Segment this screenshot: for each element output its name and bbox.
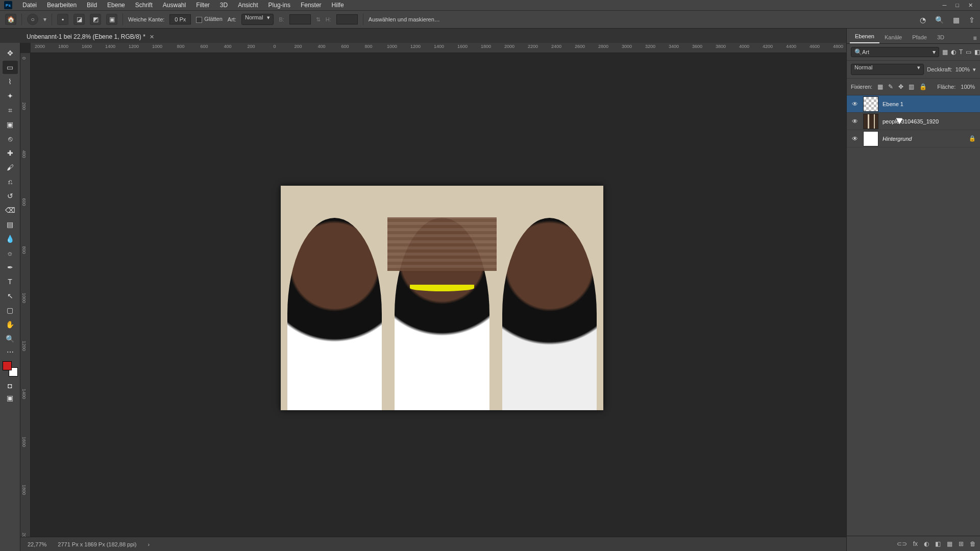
menu-ebene[interactable]: Ebene: [102, 2, 130, 9]
menu-3d[interactable]: 3D: [215, 2, 233, 9]
current-tool-icon[interactable]: ○: [27, 14, 38, 25]
adjustment-icon[interactable]: ◧: [935, 540, 941, 547]
visibility-toggle-icon[interactable]: 👁: [851, 135, 859, 143]
menu-datei[interactable]: Datei: [17, 2, 42, 9]
healing-brush-tool[interactable]: ✚: [3, 146, 18, 160]
fill-value[interactable]: 100%: [961, 84, 975, 90]
subtract-selection-button[interactable]: ◩: [90, 14, 101, 25]
lasso-tool[interactable]: ⌇: [3, 75, 18, 88]
maximize-button[interactable]: □: [955, 2, 959, 8]
chevron-down-icon[interactable]: ▾: [43, 16, 46, 23]
marquee-rect-tool[interactable]: ▭: [3, 61, 18, 74]
menu-ansicht[interactable]: Ansicht: [233, 2, 263, 9]
chevron-down-icon[interactable]: ▾: [933, 48, 936, 56]
foreground-background-swatch[interactable]: [3, 361, 18, 377]
layer-thumbnail[interactable]: [863, 131, 878, 146]
type-tool[interactable]: T: [3, 275, 18, 288]
move-tool[interactable]: ✥: [3, 46, 18, 60]
tab-ebenen[interactable]: Ebenen: [850, 30, 879, 43]
blur-tool[interactable]: 💧: [3, 232, 18, 245]
dodge-tool[interactable]: ☼: [3, 246, 18, 260]
link-layers-icon[interactable]: ⊂⊃: [897, 540, 907, 547]
layer-name[interactable]: Hintergrund: [883, 136, 965, 142]
status-caret-icon[interactable]: ›: [148, 541, 150, 547]
frame-tool[interactable]: ▣: [3, 118, 18, 131]
menu-fenster[interactable]: Fenster: [296, 2, 327, 9]
path-select-tool[interactable]: ↖: [3, 289, 18, 303]
select-and-mask-link[interactable]: Auswählen und maskieren…: [369, 16, 440, 22]
filter-adjust-icon[interactable]: ◐: [951, 47, 956, 57]
fx-icon[interactable]: fx: [913, 540, 918, 547]
hand-tool[interactable]: ✋: [3, 318, 18, 331]
close-tab-icon[interactable]: ✕: [150, 34, 154, 40]
minimize-button[interactable]: ─: [943, 2, 947, 8]
rectangle-tool[interactable]: ▢: [3, 304, 18, 317]
style-select[interactable]: Normal ▾: [241, 14, 274, 25]
lock-all-icon[interactable]: 🔒: [919, 82, 927, 92]
layer-name[interactable]: Ebene 1: [883, 101, 976, 107]
visibility-toggle-icon[interactable]: 👁: [851, 117, 859, 126]
filter-smart-icon[interactable]: ◧: [974, 47, 980, 57]
menu-bearbeiten[interactable]: Bearbeiten: [42, 2, 82, 9]
tab-pfade[interactable]: Pfade: [907, 31, 932, 43]
lock-nesting-icon[interactable]: ▥: [909, 82, 914, 92]
lock-transparent-icon[interactable]: ▦: [877, 82, 883, 92]
pen-tool[interactable]: ✒: [3, 261, 18, 274]
opacity-value[interactable]: 100%: [955, 66, 970, 72]
menu-auswahl[interactable]: Auswahl: [158, 2, 191, 9]
menu-schrift[interactable]: Schrift: [130, 2, 158, 9]
layer-thumbnail[interactable]: [863, 96, 878, 112]
menu-hilfe[interactable]: Hilfe: [327, 2, 349, 9]
menu-filter[interactable]: Filter: [191, 2, 215, 9]
group-icon[interactable]: ▦: [947, 540, 952, 547]
chevron-down-icon[interactable]: ▾: [973, 66, 976, 73]
eyedropper-tool[interactable]: ⎋: [3, 132, 18, 145]
filter-type-icon[interactable]: T: [959, 47, 963, 57]
clone-stamp-tool[interactable]: ⎌: [3, 175, 18, 188]
add-selection-button[interactable]: ◪: [74, 14, 85, 25]
filter-pixel-icon[interactable]: ▦: [942, 47, 948, 57]
share-icon[interactable]: ⇪: [969, 16, 975, 24]
new-selection-button[interactable]: ▪: [57, 14, 68, 25]
visibility-toggle-icon[interactable]: 👁: [851, 100, 859, 108]
cloud-docs-icon[interactable]: ◔: [920, 16, 926, 24]
layer-thumbnail[interactable]: [863, 114, 878, 129]
lock-pixels-icon[interactable]: ✎: [888, 82, 893, 92]
history-brush-tool[interactable]: ↺: [3, 189, 18, 203]
canvas-document[interactable]: [281, 186, 603, 410]
eraser-tool[interactable]: ⌫: [3, 204, 18, 217]
quick-select-tool[interactable]: ✦: [3, 89, 18, 103]
workspace-icon[interactable]: ▦: [953, 16, 960, 24]
zoom-tool[interactable]: 🔍: [3, 332, 18, 345]
blend-mode-select[interactable]: Normal▾: [851, 64, 924, 75]
zoom-readout[interactable]: 22,77%: [28, 541, 46, 547]
edit-toolbar-icon[interactable]: ⋯: [3, 346, 18, 358]
screen-mode-icon[interactable]: ▣: [3, 392, 18, 404]
tab-kanaele[interactable]: Kanäle: [879, 31, 907, 43]
intersect-selection-button[interactable]: ▣: [106, 14, 117, 25]
crop-tool[interactable]: ⌗: [3, 104, 18, 117]
tab-3d[interactable]: 3D: [932, 31, 949, 43]
layer-row[interactable]: 👁people-3104635_1920: [847, 113, 980, 130]
foreground-color[interactable]: [3, 361, 12, 370]
search-icon[interactable]: 🔍: [935, 16, 944, 24]
home-button[interactable]: 🏠: [5, 14, 16, 25]
panel-menu-icon[interactable]: ≡: [970, 33, 980, 43]
quick-mask-icon[interactable]: ◘: [3, 380, 18, 391]
layer-name[interactable]: people-3104635_1920: [883, 118, 976, 124]
trash-icon[interactable]: 🗑: [970, 540, 976, 547]
close-button[interactable]: ✕: [968, 2, 973, 9]
layer-row[interactable]: 👁Hintergrund🔒: [847, 130, 980, 147]
mask-icon[interactable]: ◐: [924, 540, 929, 547]
feather-input[interactable]: [169, 14, 191, 24]
new-layer-icon[interactable]: ⊞: [959, 540, 964, 547]
layer-row[interactable]: 👁Ebene 1: [847, 95, 980, 113]
brush-tool[interactable]: 🖌: [3, 161, 18, 174]
gradient-tool[interactable]: ▤: [3, 218, 18, 231]
filter-shape-icon[interactable]: ▭: [966, 47, 971, 57]
document-tab[interactable]: Unbenannt-1 bei 22,8% (Ebene 1, RGB/8) *…: [20, 31, 160, 43]
antialias-option[interactable]: Glätten: [196, 16, 222, 22]
canvas-background[interactable]: [31, 53, 870, 537]
layer-filter-input[interactable]: [862, 49, 933, 55]
menu-plugins[interactable]: Plug-ins: [263, 2, 296, 9]
